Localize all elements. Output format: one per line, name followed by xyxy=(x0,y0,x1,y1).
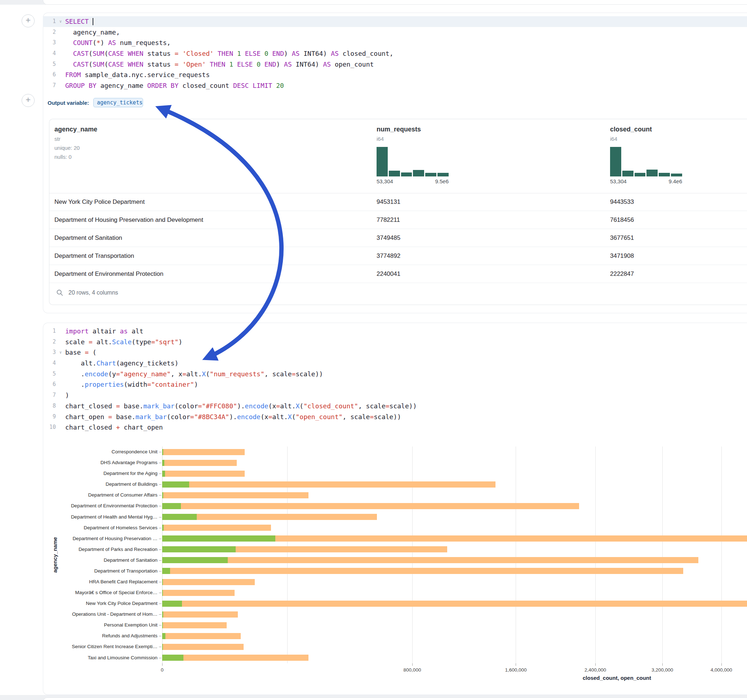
bar-closed_count[interactable] xyxy=(162,633,241,639)
bar-closed_count[interactable] xyxy=(162,655,308,661)
bar-open_count[interactable] xyxy=(162,536,275,542)
code-line[interactable]: 5 .encode(y="agency_name", x=alt.X("num_… xyxy=(43,369,747,380)
fold-chevron-icon[interactable]: ∨ xyxy=(56,347,65,358)
table-row[interactable]: Department of Sanitation37494853677651 xyxy=(49,229,747,247)
bar-open_count[interactable] xyxy=(162,633,165,639)
code-line[interactable]: 1∨SELECT xyxy=(43,16,747,27)
code-line[interactable]: 2scale = alt.Scale(type="sqrt") xyxy=(43,337,747,347)
bar-open_count[interactable] xyxy=(162,514,197,520)
y-tick-mark xyxy=(159,495,162,495)
code-line[interactable]: 7) xyxy=(43,390,747,401)
column-header-num_requests[interactable]: num_requestsi6453,3049.5e6 xyxy=(377,126,449,184)
bar-closed_count[interactable] xyxy=(162,600,747,607)
bar-open_count[interactable] xyxy=(162,503,181,509)
code-line[interactable]: 1import altair as alt xyxy=(43,326,747,337)
bar-open_count[interactable] xyxy=(162,492,163,498)
python-editor[interactable]: 1import altair as alt2scale = alt.Scale(… xyxy=(43,326,747,433)
code-token: * xyxy=(97,39,101,47)
column-type: i64 xyxy=(377,136,449,142)
bar-open_count[interactable] xyxy=(162,655,183,661)
bar-closed_count[interactable] xyxy=(162,492,308,498)
code-line-text[interactable]: CAST(SUM(CASE WHEN status = 'Closed' THE… xyxy=(65,48,393,59)
x-tick-mark xyxy=(595,663,596,666)
code-line[interactable]: 6 .properties(width="container") xyxy=(43,379,747,390)
code-line-text[interactable]: agency_name, xyxy=(65,27,120,38)
code-line[interactable]: 7GROUP BY agency_name ORDER BY closed_co… xyxy=(43,80,747,91)
code-line[interactable]: 3 COUNT(*) AS num_requests, xyxy=(43,38,747,48)
code-line-text[interactable]: chart_closed + chart_open xyxy=(65,422,163,433)
column-header-agency_name[interactable]: agency_namestrunique: 20nulls: 0 xyxy=(54,126,97,160)
bar-open_count[interactable] xyxy=(162,481,189,487)
bar-closed_count[interactable] xyxy=(162,568,683,574)
fold-chevron-icon xyxy=(56,27,65,38)
bar-open_count[interactable] xyxy=(162,460,164,466)
bar-open_count[interactable] xyxy=(162,579,163,585)
search-icon[interactable] xyxy=(56,289,64,297)
code-line-text[interactable]: GROUP BY agency_name ORDER BY closed_cou… xyxy=(65,80,284,91)
bar-closed_count[interactable] xyxy=(162,471,245,477)
code-line-text[interactable]: CAST(SUM(CASE WHEN status = 'Open' THEN … xyxy=(65,59,374,70)
bar-open_count[interactable] xyxy=(162,622,163,628)
bar-open_count[interactable] xyxy=(162,525,163,531)
table-row[interactable]: Department of Transportation377489234719… xyxy=(49,247,747,265)
bar-open_count[interactable] xyxy=(162,546,236,552)
code-line[interactable]: 10chart_closed + chart_open xyxy=(43,422,747,433)
code-line-text[interactable]: scale = alt.Scale(type="sqrt") xyxy=(65,337,182,347)
x-tick-label: 1,600,000 xyxy=(505,667,526,673)
code-line-text[interactable]: chart_open = base.mark_bar(color="#8BC34… xyxy=(65,412,401,422)
fold-chevron-icon xyxy=(56,326,65,337)
bar-open_count[interactable] xyxy=(162,611,163,617)
table-row[interactable]: Department of Environmental Protection22… xyxy=(49,265,747,283)
bar-open_count[interactable] xyxy=(162,557,228,563)
text-cursor xyxy=(92,18,93,25)
output-variable-pill[interactable]: agency_tickets xyxy=(93,98,143,107)
code-line-text[interactable]: .encode(y="agency_name", x=alt.X("num_re… xyxy=(65,369,323,380)
bar-closed_count[interactable] xyxy=(162,503,579,509)
sql-editor[interactable]: 1∨SELECT 2 agency_name,3 COUNT(*) AS num… xyxy=(43,16,747,91)
table-row[interactable]: New York City Police Department945313194… xyxy=(49,193,747,211)
code-line[interactable]: 4 alt.Chart(agency_tickets) xyxy=(43,358,747,369)
bar-closed_count[interactable] xyxy=(162,449,245,455)
bar-open_count[interactable] xyxy=(162,644,163,650)
code-line[interactable]: 4 CAST(SUM(CASE WHEN status = 'Closed' T… xyxy=(43,48,747,59)
bar-closed_count[interactable] xyxy=(162,644,243,650)
code-line-text[interactable]: chart_closed = base.mark_bar(color="#FFC… xyxy=(65,401,417,412)
bar-closed_count[interactable] xyxy=(162,557,699,563)
bar-closed_count[interactable] xyxy=(162,525,271,531)
bar-closed_count[interactable] xyxy=(162,611,238,617)
code-line-text[interactable]: ) xyxy=(65,390,69,401)
code-line-text[interactable]: COUNT(*) AS num_requests, xyxy=(65,38,171,48)
bar-closed_count[interactable] xyxy=(162,481,496,487)
code-line[interactable]: 5 CAST(SUM(CASE WHEN status = 'Open' THE… xyxy=(43,59,747,70)
bar-open_count[interactable] xyxy=(162,449,163,455)
code-line-text[interactable]: alt.Chart(agency_tickets) xyxy=(65,358,178,369)
bar-open_count[interactable] xyxy=(162,568,170,574)
bar-open_count[interactable] xyxy=(162,471,165,477)
code-line[interactable]: 8chart_closed = base.mark_bar(color="#FF… xyxy=(43,401,747,412)
code-line-text[interactable]: FROM sample_data.nyc.service_requests xyxy=(65,69,210,80)
code-token: AS xyxy=(331,50,339,57)
code-line[interactable]: 2 agency_name, xyxy=(43,27,747,38)
chart-gridline xyxy=(412,447,413,663)
code-line[interactable]: 6FROM sample_data.nyc.service_requests xyxy=(43,69,747,80)
table-row[interactable]: Department of Housing Preservation and D… xyxy=(49,211,747,229)
add-cell-button[interactable]: + xyxy=(22,94,35,107)
bar-closed_count[interactable] xyxy=(162,579,255,585)
code-token: = xyxy=(276,402,280,410)
column-header-closed_count[interactable]: closed_counti6453,3049.4e6 xyxy=(610,126,682,184)
bar-closed_count[interactable] xyxy=(162,622,227,628)
bar-closed_count[interactable] xyxy=(162,590,234,596)
code-line-text[interactable]: .properties(width="container") xyxy=(65,379,198,390)
code-line-text[interactable]: import altair as alt xyxy=(65,326,144,337)
add-cell-button[interactable]: + xyxy=(22,14,35,27)
code-line-text[interactable]: SELECT xyxy=(65,16,93,27)
code-line[interactable]: 3∨base = ( xyxy=(43,347,747,358)
code-token: ) xyxy=(65,391,69,399)
bar-open_count[interactable] xyxy=(162,600,182,607)
code-line-text[interactable]: base = ( xyxy=(65,347,97,358)
fold-chevron-icon[interactable]: ∨ xyxy=(56,16,65,27)
bar-open_count[interactable] xyxy=(162,590,163,596)
code-token: "num_requests" xyxy=(210,370,265,378)
code-line[interactable]: 9chart_open = base.mark_bar(color="#8BC3… xyxy=(43,412,747,422)
bar-closed_count[interactable] xyxy=(162,460,237,466)
